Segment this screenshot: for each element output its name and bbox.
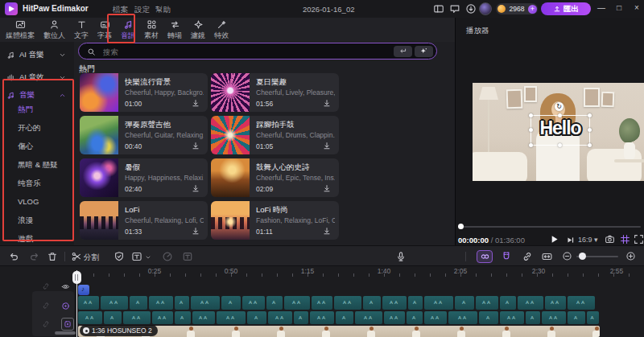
- music-card[interactable]: 彈奏原聲吉他 Cheerful, Guitar, Relaxing,... 00…: [80, 116, 208, 154]
- link-track-icon[interactable]: [42, 282, 50, 290]
- resize-handle[interactable]: [588, 113, 592, 117]
- subtitle-clip-segment[interactable]: AA: [542, 311, 566, 324]
- subtitle-clip-segment[interactable]: A: [587, 311, 599, 324]
- timeline-ruler[interactable]: 0:25 0:50 1:15 1:40 2:05 2:30 2:55: [76, 266, 644, 277]
- download-button[interactable]: [322, 225, 333, 236]
- menu-settings[interactable]: 設定: [134, 5, 150, 15]
- subtitle-clip-segment[interactable]: A: [294, 311, 308, 324]
- next-frame-button[interactable]: [566, 236, 575, 245]
- redo-button[interactable]: [29, 251, 40, 262]
- download-button[interactable]: [322, 183, 333, 194]
- split-button[interactable]: [71, 251, 82, 262]
- tab-audio[interactable]: 音訊: [120, 18, 136, 42]
- grid-button[interactable]: [620, 234, 630, 245]
- resize-handle[interactable]: [558, 143, 562, 147]
- download-button[interactable]: [191, 183, 202, 194]
- subtitle-clip-segment[interactable]: A: [500, 296, 516, 310]
- sidebar-group-ai-music[interactable]: AI 音樂: [0, 45, 74, 64]
- playhead-handle[interactable]: [72, 271, 81, 284]
- tab-effects[interactable]: 特效: [213, 18, 229, 42]
- subtitle-clip-segment[interactable]: AA: [268, 311, 292, 324]
- split-label[interactable]: 分割: [84, 253, 99, 263]
- download-button[interactable]: [322, 140, 333, 151]
- subtitle-clip-segment[interactable]: AA: [312, 296, 332, 310]
- resize-handle[interactable]: [588, 128, 592, 132]
- subtitle-clip-segment[interactable]: A: [407, 311, 423, 324]
- subtitle-clip-segment[interactable]: AA: [152, 311, 173, 324]
- music-card[interactable]: LoFi Cheerful, Relaxing, Lofi, C... 01:3…: [80, 201, 208, 240]
- subtitle-clip-segment[interactable]: AA: [382, 296, 407, 310]
- subtitle-clip-segment[interactable]: AA: [355, 311, 382, 324]
- subtitle-clip-segment[interactable]: A: [336, 311, 353, 324]
- fullscreen-button[interactable]: [634, 234, 644, 245]
- resize-handle[interactable]: [529, 113, 533, 117]
- subtitle-clip-segment[interactable]: AA: [78, 296, 99, 310]
- subtitle-clip-segment[interactable]: A: [247, 311, 266, 324]
- subtitle-clip-segment[interactable]: A: [479, 311, 498, 324]
- sidebar-item-happy[interactable]: 开心的: [0, 118, 74, 137]
- shield-button[interactable]: [114, 251, 125, 262]
- search-input[interactable]: [101, 45, 346, 59]
- tab-digital-human[interactable]: 數位人: [43, 18, 66, 42]
- music-card[interactable]: 夏日樂趣 Cheerful, Lively, Pleasure, ... 01:…: [211, 73, 339, 112]
- subtitle-clip-segment[interactable]: A: [175, 296, 189, 310]
- tab-stickers[interactable]: 素材: [143, 18, 159, 42]
- music-card[interactable]: 暑假 Happy, Happiness, Relaxi... 02:40: [80, 158, 208, 197]
- subtitle-clip-segment[interactable]: AA: [448, 311, 477, 324]
- overlay-text[interactable]: Hello: [531, 117, 589, 139]
- subtitle-clip-segment[interactable]: A: [455, 296, 474, 310]
- subtitle-clip-segment[interactable]: AA: [424, 311, 447, 324]
- sidebar-item-hot[interactable]: 熱門: [0, 100, 74, 118]
- rotate-handle[interactable]: ↻: [555, 102, 564, 111]
- resize-handle[interactable]: [529, 128, 533, 132]
- fit-timeline-button[interactable]: [541, 251, 553, 262]
- user-avatar[interactable]: [479, 2, 492, 15]
- download-center-icon[interactable]: [465, 3, 477, 14]
- subtitle-clip-segment[interactable]: A: [363, 296, 381, 310]
- voiceover-mic-button[interactable]: [395, 251, 407, 262]
- music-clip[interactable]: [78, 285, 89, 295]
- export-button[interactable]: 匯出: [541, 2, 591, 15]
- music-card[interactable]: 快樂流行背景 Cheerful, Happy, Backgro... 01:00: [80, 73, 208, 112]
- sidebar-group-ai-sfx[interactable]: AI 音效: [0, 68, 74, 87]
- seek-bar[interactable]: [460, 226, 641, 228]
- play-button[interactable]: [549, 234, 559, 245]
- subtitle-clip-segment[interactable]: AA: [149, 296, 173, 310]
- feedback-icon[interactable]: [449, 3, 460, 14]
- subtitle-clip-segment[interactable]: A: [266, 296, 283, 310]
- subtitle-clip-segment[interactable]: AA: [384, 311, 405, 324]
- sidebar-item-dark-suspense[interactable]: 黑暗 & 懸疑: [0, 155, 74, 174]
- text-box-button[interactable]: [131, 251, 142, 262]
- subtitle-clip-segment[interactable]: AA: [192, 311, 215, 324]
- subtitle-clip-segment[interactable]: A: [221, 296, 241, 310]
- close-button[interactable]: ×: [631, 3, 642, 12]
- music-card[interactable]: 鼓舞人心的史詩 Cheerful, Epic, Tense, Ins... 02…: [211, 158, 339, 197]
- subtitle-clip-segment[interactable]: A: [130, 296, 147, 310]
- zoom-in-button[interactable]: [625, 251, 636, 261]
- subtitle-clip-segment[interactable]: AA: [518, 296, 543, 310]
- aspect-ratio-dropdown[interactable]: 16:9 ▾: [578, 236, 598, 244]
- search-enter-button[interactable]: [394, 46, 412, 57]
- zoom-out-button[interactable]: [562, 251, 572, 261]
- subtitle-clip-segment[interactable]: AA: [123, 311, 151, 324]
- download-button[interactable]: [191, 97, 202, 109]
- sidebar-item-romance[interactable]: 浪漫: [0, 211, 74, 229]
- music-card[interactable]: LoFi 時尚 Fashion, Relaxing, LoFi, City 01…: [211, 201, 339, 240]
- resize-handle[interactable]: [529, 143, 533, 147]
- music-card[interactable]: 踩腳拍手鼓 Cheerful, Drums, Clappin... 01:05: [211, 116, 339, 154]
- speed-button[interactable]: [162, 251, 173, 262]
- subtitle-clip-segment[interactable]: A: [408, 296, 423, 310]
- seek-handle[interactable]: [458, 224, 464, 229]
- subtitle-clip-segment[interactable]: AA: [78, 311, 102, 324]
- tab-subtitles[interactable]: 字幕: [97, 18, 113, 42]
- snap-magnet-button[interactable]: [501, 251, 512, 262]
- subtitle-clip-segment[interactable]: A: [526, 311, 540, 324]
- tab-transitions[interactable]: 轉場: [167, 18, 183, 42]
- delete-button[interactable]: [47, 251, 58, 262]
- menu-file[interactable]: 檔案: [113, 5, 128, 15]
- text-box-caret[interactable]: [145, 254, 151, 261]
- subtitle-clip-segment[interactable]: AA: [500, 311, 524, 324]
- subtitle-clip-segment[interactable]: A: [104, 311, 122, 324]
- search-bar[interactable]: [78, 43, 437, 60]
- tab-filters[interactable]: 濾鏡: [190, 18, 206, 42]
